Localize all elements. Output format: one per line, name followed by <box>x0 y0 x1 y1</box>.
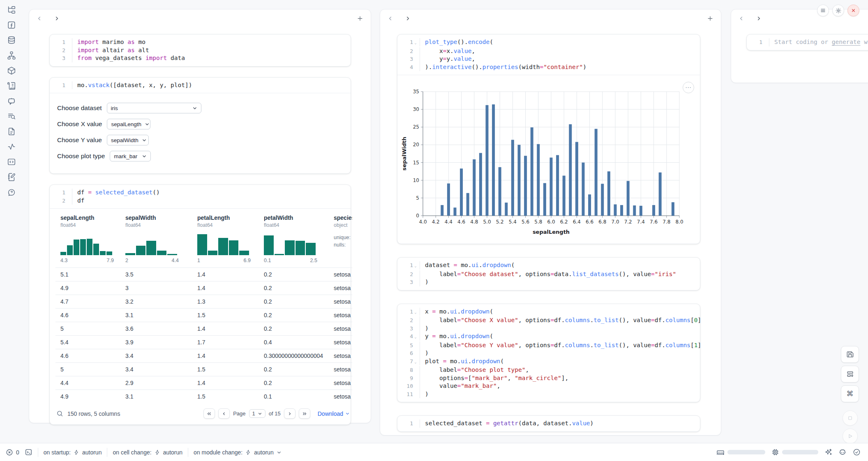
dependencies-icon[interactable] <box>7 51 16 60</box>
table-row[interactable]: 4.931.40.2setosa <box>55 281 352 295</box>
bar[interactable] <box>575 142 578 216</box>
code-editor[interactable]: 1df = selected_dataset()2df <box>50 185 351 208</box>
download-button[interactable]: Download <box>318 410 350 417</box>
column-back-icon[interactable] <box>388 16 393 21</box>
layout-button[interactable] <box>841 366 859 383</box>
bar[interactable] <box>601 184 604 216</box>
ai-chat-icon[interactable] <box>7 96 16 106</box>
column-histogram[interactable] <box>264 233 316 255</box>
column-header[interactable]: speciesobjectunique:nulls: <box>329 214 352 263</box>
code-editor[interactable]: 1 Start coding or generate with <box>747 35 868 50</box>
bar[interactable] <box>466 193 469 216</box>
bar[interactable] <box>614 204 617 216</box>
function-icon[interactable] <box>7 20 16 30</box>
code-editor[interactable]: 1⌄plot_type().encode(2 x=x.value,3 y=y.v… <box>397 35 700 75</box>
errors-indicator[interactable]: 0 <box>6 449 19 456</box>
column-header[interactable]: petalLengthfloat6416.9 <box>192 214 259 263</box>
column-forward-icon[interactable] <box>756 16 762 21</box>
column-forward-icon[interactable] <box>405 16 411 21</box>
code-editor[interactable]: 1import marimo as mo2import altair as al… <box>50 35 351 66</box>
table-row[interactable]: 5.43.91.70.4setosa <box>55 335 352 349</box>
bar[interactable] <box>639 206 642 216</box>
bar[interactable] <box>588 194 591 216</box>
table-row[interactable]: 5.13.51.40.2setosa <box>55 267 352 281</box>
connection-status[interactable] <box>853 448 861 456</box>
database-icon[interactable] <box>7 35 16 45</box>
column-forward-icon[interactable] <box>54 16 60 21</box>
bar[interactable] <box>543 183 546 216</box>
prev-page-button[interactable] <box>218 408 230 419</box>
dropdown-select[interactable]: sepalLength <box>107 119 150 129</box>
table-row[interactable]: 4.93.11.50.1setosa <box>55 390 352 403</box>
menu-button[interactable] <box>817 5 829 16</box>
settings-button[interactable] <box>832 5 844 16</box>
bar[interactable] <box>672 202 674 216</box>
bar[interactable] <box>563 176 566 216</box>
fold-icon[interactable]: ⌄ <box>413 261 418 270</box>
bar[interactable] <box>479 153 482 216</box>
code-editor[interactable]: 1selected_dataset = getattr(data, datase… <box>397 416 700 431</box>
code-window-icon[interactable] <box>7 157 16 167</box>
fold-icon[interactable]: ⌄ <box>413 308 418 317</box>
snippets-icon[interactable] <box>7 127 16 136</box>
bar[interactable] <box>524 156 527 216</box>
keyboard-shortcuts-button[interactable]: ⌘ <box>841 385 859 402</box>
bar[interactable] <box>531 127 533 216</box>
table-row[interactable]: 4.63.41.40.30000000000000004setosa <box>55 349 352 362</box>
cpu-usage[interactable] <box>771 448 818 456</box>
bar[interactable] <box>518 145 521 216</box>
add-cell-icon[interactable] <box>707 15 713 22</box>
next-page-button[interactable] <box>284 408 295 419</box>
dropdown-select[interactable]: sepalWidth <box>107 135 149 145</box>
save-button[interactable] <box>841 346 859 363</box>
dropdown-select[interactable]: iris <box>107 103 201 113</box>
on-cell-change-setting[interactable]: on cell change: autorun <box>113 449 182 456</box>
add-cell-icon[interactable] <box>357 15 363 22</box>
bar[interactable] <box>511 140 514 216</box>
fold-icon[interactable]: ⌄ <box>413 357 418 366</box>
terminal-button[interactable] <box>25 448 32 456</box>
bar[interactable] <box>550 158 553 216</box>
bar[interactable] <box>486 105 489 216</box>
bar[interactable] <box>627 181 630 216</box>
bar[interactable] <box>499 167 501 216</box>
search-icon[interactable] <box>56 410 63 417</box>
chart-options-icon[interactable]: ⋯ <box>683 82 694 93</box>
package-icon[interactable] <box>7 66 16 76</box>
dropdown-select[interactable]: mark_bar <box>110 151 151 161</box>
table-row[interactable]: 53.41.50.2setosa <box>55 362 352 376</box>
column-header[interactable]: petalWidthfloat640.12.5 <box>259 214 329 263</box>
bar[interactable] <box>633 205 636 216</box>
bar[interactable] <box>659 173 662 216</box>
run-button[interactable] <box>843 429 858 444</box>
logs-icon[interactable] <box>7 81 16 91</box>
file-tree-icon[interactable] <box>7 5 16 15</box>
bar[interactable] <box>505 203 508 216</box>
on-startup-setting[interactable]: on startup: autorun <box>44 449 102 456</box>
column-histogram[interactable] <box>125 233 177 255</box>
column-histogram[interactable] <box>60 233 112 255</box>
bar[interactable] <box>569 124 572 216</box>
table-row[interactable]: 4.73.21.30.2setosa <box>55 295 352 308</box>
stop-button[interactable] <box>843 410 858 426</box>
bar[interactable] <box>441 205 443 216</box>
column-histogram[interactable] <box>197 233 249 255</box>
column-header[interactable]: sepalLengthfloat644.37.9 <box>55 214 120 263</box>
copilot-button[interactable] <box>838 448 847 456</box>
first-page-button[interactable] <box>203 408 215 419</box>
bar[interactable] <box>492 104 495 216</box>
bar[interactable] <box>652 205 655 216</box>
doc-search-icon[interactable] <box>7 111 16 121</box>
column-back-icon[interactable] <box>37 16 42 21</box>
bar[interactable] <box>460 168 463 216</box>
close-button[interactable] <box>847 5 859 16</box>
table-row[interactable]: 4.63.11.50.2setosa <box>55 308 352 322</box>
help-icon[interactable] <box>7 187 16 197</box>
code-editor[interactable]: 1⌄dataset = mo.ui.dropdown(2 label="Choo… <box>397 258 700 290</box>
bar[interactable] <box>447 184 450 216</box>
generate-link[interactable]: generate <box>832 39 861 45</box>
bar[interactable] <box>556 155 559 216</box>
tracing-icon[interactable] <box>7 142 16 152</box>
table-row[interactable]: 4.42.91.40.2setosa <box>55 376 352 390</box>
code-editor[interactable]: 1⌄x = mo.ui.dropdown(2 label="Choose X v… <box>397 304 700 402</box>
